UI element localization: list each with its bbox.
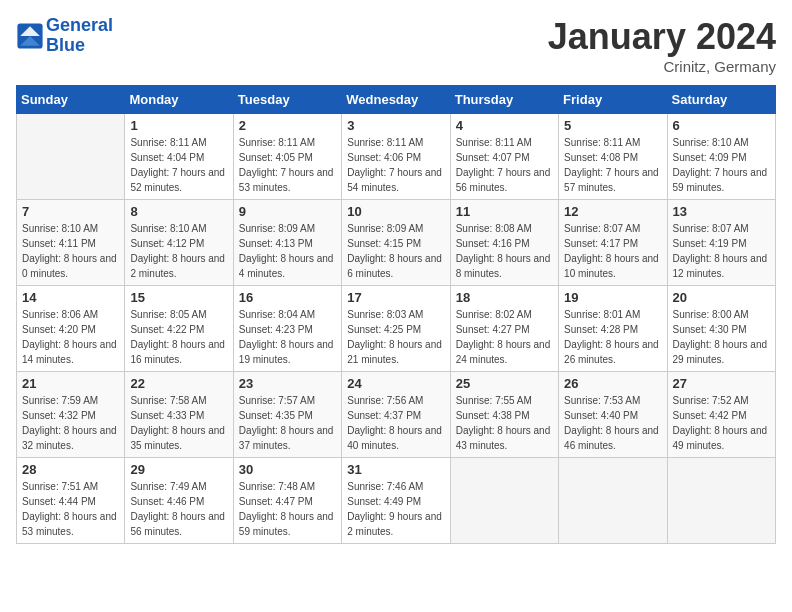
calendar-day: 29Sunrise: 7:49 AMSunset: 4:46 PMDayligh… xyxy=(125,458,233,544)
day-info: Sunrise: 8:11 AMSunset: 4:08 PMDaylight:… xyxy=(564,135,661,195)
calendar-day: 21Sunrise: 7:59 AMSunset: 4:32 PMDayligh… xyxy=(17,372,125,458)
calendar-day: 25Sunrise: 7:55 AMSunset: 4:38 PMDayligh… xyxy=(450,372,558,458)
calendar-day: 20Sunrise: 8:00 AMSunset: 4:30 PMDayligh… xyxy=(667,286,775,372)
calendar-day: 24Sunrise: 7:56 AMSunset: 4:37 PMDayligh… xyxy=(342,372,450,458)
day-info: Sunrise: 7:52 AMSunset: 4:42 PMDaylight:… xyxy=(673,393,770,453)
calendar-day: 3Sunrise: 8:11 AMSunset: 4:06 PMDaylight… xyxy=(342,114,450,200)
calendar-day: 8Sunrise: 8:10 AMSunset: 4:12 PMDaylight… xyxy=(125,200,233,286)
day-number: 20 xyxy=(673,290,770,305)
day-number: 23 xyxy=(239,376,336,391)
day-info: Sunrise: 8:11 AMSunset: 4:06 PMDaylight:… xyxy=(347,135,444,195)
logo-text-general: General xyxy=(46,16,113,36)
calendar-day: 17Sunrise: 8:03 AMSunset: 4:25 PMDayligh… xyxy=(342,286,450,372)
day-info: Sunrise: 8:09 AMSunset: 4:13 PMDaylight:… xyxy=(239,221,336,281)
day-number: 27 xyxy=(673,376,770,391)
day-number: 4 xyxy=(456,118,553,133)
day-number: 6 xyxy=(673,118,770,133)
calendar-day: 13Sunrise: 8:07 AMSunset: 4:19 PMDayligh… xyxy=(667,200,775,286)
page-header: General Blue January 2024 Crinitz, Germa… xyxy=(16,16,776,75)
day-number: 17 xyxy=(347,290,444,305)
day-info: Sunrise: 7:53 AMSunset: 4:40 PMDaylight:… xyxy=(564,393,661,453)
day-header-friday: Friday xyxy=(559,86,667,114)
day-info: Sunrise: 8:10 AMSunset: 4:12 PMDaylight:… xyxy=(130,221,227,281)
calendar-day: 11Sunrise: 8:08 AMSunset: 4:16 PMDayligh… xyxy=(450,200,558,286)
day-info: Sunrise: 8:11 AMSunset: 4:07 PMDaylight:… xyxy=(456,135,553,195)
day-header-monday: Monday xyxy=(125,86,233,114)
day-header-wednesday: Wednesday xyxy=(342,86,450,114)
day-number: 16 xyxy=(239,290,336,305)
day-info: Sunrise: 7:48 AMSunset: 4:47 PMDaylight:… xyxy=(239,479,336,539)
calendar-day: 7Sunrise: 8:10 AMSunset: 4:11 PMDaylight… xyxy=(17,200,125,286)
day-info: Sunrise: 8:01 AMSunset: 4:28 PMDaylight:… xyxy=(564,307,661,367)
calendar-day: 15Sunrise: 8:05 AMSunset: 4:22 PMDayligh… xyxy=(125,286,233,372)
day-info: Sunrise: 8:03 AMSunset: 4:25 PMDaylight:… xyxy=(347,307,444,367)
day-number: 22 xyxy=(130,376,227,391)
day-info: Sunrise: 8:07 AMSunset: 4:17 PMDaylight:… xyxy=(564,221,661,281)
day-info: Sunrise: 7:59 AMSunset: 4:32 PMDaylight:… xyxy=(22,393,119,453)
day-number: 3 xyxy=(347,118,444,133)
title-block: January 2024 Crinitz, Germany xyxy=(548,16,776,75)
day-number: 19 xyxy=(564,290,661,305)
day-header-saturday: Saturday xyxy=(667,86,775,114)
calendar-header-row: SundayMondayTuesdayWednesdayThursdayFrid… xyxy=(17,86,776,114)
day-number: 10 xyxy=(347,204,444,219)
day-number: 18 xyxy=(456,290,553,305)
month-title: January 2024 xyxy=(548,16,776,58)
day-info: Sunrise: 7:49 AMSunset: 4:46 PMDaylight:… xyxy=(130,479,227,539)
calendar-table: SundayMondayTuesdayWednesdayThursdayFrid… xyxy=(16,85,776,544)
calendar-day xyxy=(559,458,667,544)
calendar-week-4: 21Sunrise: 7:59 AMSunset: 4:32 PMDayligh… xyxy=(17,372,776,458)
calendar-day: 16Sunrise: 8:04 AMSunset: 4:23 PMDayligh… xyxy=(233,286,341,372)
day-info: Sunrise: 7:58 AMSunset: 4:33 PMDaylight:… xyxy=(130,393,227,453)
day-number: 5 xyxy=(564,118,661,133)
day-info: Sunrise: 8:05 AMSunset: 4:22 PMDaylight:… xyxy=(130,307,227,367)
calendar-day: 23Sunrise: 7:57 AMSunset: 4:35 PMDayligh… xyxy=(233,372,341,458)
calendar-day: 22Sunrise: 7:58 AMSunset: 4:33 PMDayligh… xyxy=(125,372,233,458)
day-number: 8 xyxy=(130,204,227,219)
calendar-day: 27Sunrise: 7:52 AMSunset: 4:42 PMDayligh… xyxy=(667,372,775,458)
calendar-day: 12Sunrise: 8:07 AMSunset: 4:17 PMDayligh… xyxy=(559,200,667,286)
day-info: Sunrise: 8:07 AMSunset: 4:19 PMDaylight:… xyxy=(673,221,770,281)
day-info: Sunrise: 8:04 AMSunset: 4:23 PMDaylight:… xyxy=(239,307,336,367)
calendar-week-5: 28Sunrise: 7:51 AMSunset: 4:44 PMDayligh… xyxy=(17,458,776,544)
day-number: 30 xyxy=(239,462,336,477)
day-info: Sunrise: 7:55 AMSunset: 4:38 PMDaylight:… xyxy=(456,393,553,453)
calendar-day: 9Sunrise: 8:09 AMSunset: 4:13 PMDaylight… xyxy=(233,200,341,286)
calendar-day: 6Sunrise: 8:10 AMSunset: 4:09 PMDaylight… xyxy=(667,114,775,200)
day-number: 7 xyxy=(22,204,119,219)
day-number: 9 xyxy=(239,204,336,219)
calendar-day xyxy=(17,114,125,200)
day-info: Sunrise: 8:10 AMSunset: 4:11 PMDaylight:… xyxy=(22,221,119,281)
day-number: 15 xyxy=(130,290,227,305)
location-subtitle: Crinitz, Germany xyxy=(548,58,776,75)
calendar-day: 5Sunrise: 8:11 AMSunset: 4:08 PMDaylight… xyxy=(559,114,667,200)
day-number: 21 xyxy=(22,376,119,391)
day-number: 14 xyxy=(22,290,119,305)
calendar-day: 30Sunrise: 7:48 AMSunset: 4:47 PMDayligh… xyxy=(233,458,341,544)
day-number: 26 xyxy=(564,376,661,391)
calendar-day: 2Sunrise: 8:11 AMSunset: 4:05 PMDaylight… xyxy=(233,114,341,200)
day-number: 11 xyxy=(456,204,553,219)
day-header-sunday: Sunday xyxy=(17,86,125,114)
day-number: 2 xyxy=(239,118,336,133)
calendar-day: 4Sunrise: 8:11 AMSunset: 4:07 PMDaylight… xyxy=(450,114,558,200)
day-number: 29 xyxy=(130,462,227,477)
calendar-day: 1Sunrise: 8:11 AMSunset: 4:04 PMDaylight… xyxy=(125,114,233,200)
day-number: 24 xyxy=(347,376,444,391)
calendar-day: 18Sunrise: 8:02 AMSunset: 4:27 PMDayligh… xyxy=(450,286,558,372)
calendar-day: 19Sunrise: 8:01 AMSunset: 4:28 PMDayligh… xyxy=(559,286,667,372)
logo: General Blue xyxy=(16,16,113,56)
day-number: 31 xyxy=(347,462,444,477)
day-info: Sunrise: 8:11 AMSunset: 4:05 PMDaylight:… xyxy=(239,135,336,195)
day-number: 28 xyxy=(22,462,119,477)
day-number: 12 xyxy=(564,204,661,219)
calendar-day: 14Sunrise: 8:06 AMSunset: 4:20 PMDayligh… xyxy=(17,286,125,372)
calendar-day: 31Sunrise: 7:46 AMSunset: 4:49 PMDayligh… xyxy=(342,458,450,544)
day-number: 13 xyxy=(673,204,770,219)
day-info: Sunrise: 8:06 AMSunset: 4:20 PMDaylight:… xyxy=(22,307,119,367)
day-info: Sunrise: 8:11 AMSunset: 4:04 PMDaylight:… xyxy=(130,135,227,195)
day-info: Sunrise: 8:00 AMSunset: 4:30 PMDaylight:… xyxy=(673,307,770,367)
calendar-day: 28Sunrise: 7:51 AMSunset: 4:44 PMDayligh… xyxy=(17,458,125,544)
logo-icon xyxy=(16,22,44,50)
day-header-thursday: Thursday xyxy=(450,86,558,114)
